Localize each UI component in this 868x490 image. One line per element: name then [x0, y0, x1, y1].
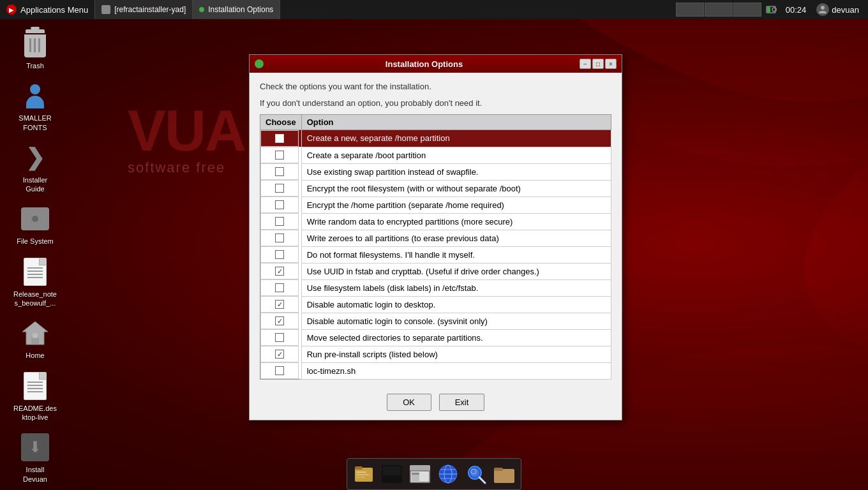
checkbox-cell-1[interactable]	[260, 147, 299, 163]
dialog-titlebar: Installation Options − □ ×	[250, 55, 622, 73]
checkbox-3[interactable]	[275, 184, 284, 193]
svg-rect-17	[383, 466, 401, 475]
table-row[interactable]: Create a new, separate /home partition	[260, 130, 611, 147]
checkbox-cell-3[interactable]	[260, 180, 299, 197]
checkbox-cell-2[interactable]	[260, 163, 299, 180]
checkbox-cell-6[interactable]	[260, 230, 299, 246]
table-row[interactable]: Encrypt the root filesystem (with or wit…	[260, 180, 611, 197]
table-row[interactable]: Do not format filesystems. I'll handle i…	[260, 246, 611, 263]
svg-rect-2	[767, 7, 770, 12]
table-row[interactable]: Run pre-install scripts (listed below)	[260, 346, 611, 362]
window-active-dot	[199, 7, 204, 12]
option-label-2: Use existing swap partition instead of s…	[301, 163, 611, 180]
taskbar-window-refracta[interactable]: [refractainstaller-yad]	[95, 0, 193, 19]
exit-button[interactable]: Exit	[439, 394, 485, 411]
dialog-title-icon	[255, 59, 264, 68]
table-row[interactable]: Disable automatic login to console. (sys…	[260, 313, 611, 329]
window-label-installation: Installation Options	[208, 5, 273, 14]
apps-menu-label: Applications Menu	[20, 5, 88, 15]
taskbar-bottom-panel: $ _	[347, 458, 521, 490]
option-label-14: loc-timezn.sh	[301, 362, 611, 380]
table-row[interactable]: Disable automatic login to desktop.	[260, 296, 611, 313]
checkbox-cell-0[interactable]	[260, 130, 299, 147]
checkbox-10[interactable]	[275, 300, 284, 309]
checkbox-13[interactable]	[275, 350, 284, 359]
checkbox-cell-5[interactable]	[260, 213, 299, 230]
dialog-overlay: Installation Options − □ × Check the opt…	[0, 0, 868, 490]
svg-line-30	[479, 477, 485, 483]
checkbox-cell-7[interactable]	[260, 246, 299, 263]
checkbox-4[interactable]	[275, 200, 284, 209]
options-table: Choose Option Create a new, separate /ho…	[260, 114, 611, 380]
checkbox-cell-13[interactable]	[260, 346, 299, 362]
taskbar-top: ▶ Applications Menu [refractainstaller-y…	[0, 0, 868, 19]
checkbox-7[interactable]	[275, 250, 284, 259]
table-row[interactable]: Use UUID in fstab and crypttab. (Useful …	[260, 263, 611, 279]
checkbox-5[interactable]	[275, 217, 284, 226]
checkbox-9[interactable]	[275, 283, 284, 292]
table-row[interactable]: Use existing swap partition instead of s…	[260, 163, 611, 180]
table-row[interactable]: Move selected directories to separate pa…	[260, 329, 611, 346]
minimize-button[interactable]: −	[580, 59, 591, 69]
bottom-terminal-button[interactable]: $ _	[379, 461, 405, 487]
svg-rect-12	[356, 471, 366, 473]
checkbox-8[interactable]	[275, 267, 284, 276]
option-label-6: Write zeroes to all partitions (to erase…	[301, 230, 611, 246]
checkbox-cell-9[interactable]	[260, 279, 299, 296]
table-row[interactable]: Create a separate /boot partition	[260, 147, 611, 163]
dialog-intro-line1: Check the options you want for the insta…	[260, 80, 611, 93]
table-row[interactable]: Use filesystem labels (disk labels) in /…	[260, 279, 611, 296]
checkbox-11[interactable]	[275, 316, 284, 325]
user-avatar	[816, 3, 829, 16]
checkbox-6[interactable]	[275, 234, 284, 242]
checkbox-cell-11[interactable]	[260, 313, 299, 329]
checkbox-cell-8[interactable]	[260, 263, 299, 279]
svg-rect-22	[412, 473, 419, 475]
bottom-file-mgr-button[interactable]	[407, 461, 433, 487]
taskbar-window-installation[interactable]: Installation Options	[193, 0, 280, 19]
dialog-intro-line2: If you don't understand an option, you p…	[260, 97, 611, 110]
close-button[interactable]: ×	[605, 59, 617, 69]
option-label-0: Create a new, separate /home partition	[301, 130, 611, 147]
dialog-content: Check the options you want for the insta…	[250, 73, 622, 387]
checkbox-0[interactable]	[275, 134, 284, 143]
svg-rect-11	[355, 466, 363, 470]
checkbox-cell-12[interactable]	[260, 329, 299, 346]
table-header-row: Choose Option	[260, 115, 611, 130]
svg-rect-19	[410, 465, 430, 470]
dialog-buttons: OK Exit	[250, 387, 622, 420]
ok-button[interactable]: OK	[387, 394, 431, 411]
maximize-button[interactable]: □	[592, 59, 604, 69]
taskbar-bottom: $ _	[0, 458, 868, 490]
bottom-browser-button[interactable]	[435, 461, 461, 487]
svg-rect-13	[356, 474, 369, 475]
table-row[interactable]: Write zeroes to all partitions (to erase…	[260, 230, 611, 246]
col-choose: Choose	[260, 115, 302, 130]
option-label-7: Do not format filesystems. I'll handle i…	[301, 246, 611, 263]
bottom-search-button[interactable]	[463, 461, 489, 487]
checkbox-cell-4[interactable]	[260, 197, 299, 213]
checkbox-cell-14[interactable]	[260, 362, 299, 379]
checkbox-14[interactable]	[275, 366, 284, 375]
window-label-refracta: [refractainstaller-yad]	[114, 5, 186, 14]
bottom-files-button[interactable]	[351, 461, 377, 487]
table-row[interactable]: Encrypt the /home partition (separate /h…	[260, 197, 611, 213]
apps-menu-icon: ▶	[6, 4, 17, 15]
table-row[interactable]: loc-timezn.sh	[260, 362, 611, 380]
segment-1	[676, 3, 704, 17]
systray-icon-battery[interactable]	[764, 2, 779, 17]
checkbox-12[interactable]	[275, 333, 284, 342]
checkbox-1[interactable]	[275, 151, 284, 160]
option-label-9: Use filesystem labels (disk labels) in /…	[301, 279, 611, 296]
svg-rect-32	[494, 469, 514, 483]
option-label-10: Disable automatic login to desktop.	[301, 296, 611, 313]
checkbox-cell-10[interactable]	[260, 296, 299, 313]
applications-menu-button[interactable]: ▶ Applications Menu	[0, 0, 95, 19]
table-row[interactable]: Write random data to encrypted partition…	[260, 213, 611, 230]
col-option: Option	[301, 115, 611, 130]
option-label-8: Use UUID in fstab and crypttab. (Useful …	[301, 263, 611, 279]
bottom-folder-button[interactable]	[491, 461, 517, 487]
checkbox-2[interactable]	[275, 167, 284, 176]
svg-rect-14	[356, 477, 365, 478]
installation-options-dialog: Installation Options − □ × Check the opt…	[249, 54, 622, 420]
